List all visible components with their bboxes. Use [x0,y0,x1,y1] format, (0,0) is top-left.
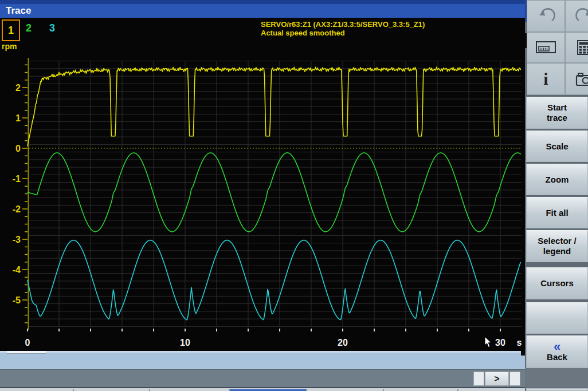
screenshot-button[interactable] [565,63,588,95]
horizontal-scrollbar[interactable] [0,351,525,369]
menu-expand-group: > [473,372,520,386]
svg-text:-5: -5 [13,295,21,305]
softkey-cursors[interactable]: Cursors [526,267,588,299]
expand-pad-left [473,372,484,386]
softkey-zoom[interactable]: Zoom [526,164,588,195]
bottom-softkey-row [0,387,588,391]
bottom-bar: > [0,369,525,388]
redo-icon [574,6,588,26]
svg-text:10: 10 [180,338,190,347]
svg-text:30: 30 [495,338,505,347]
softkey-sidebar: i Start trace Scale Zoom Fit all Selecto… [525,0,588,391]
scrollbar-end-handle[interactable] [521,351,525,356]
svg-text:-1: -1 [13,174,21,184]
trace-screen: Trace 1 2 3 rpm SERVO/r63:Z1 (AX3:Z1/3.3… [0,0,588,391]
info-button[interactable]: i [527,63,565,95]
svg-text:-3: -3 [13,235,21,244]
scrollbar-edge [0,351,525,353]
softkey-start-trace[interactable]: Start trace [526,97,588,129]
svg-text:1: 1 [15,113,21,123]
softkey-label: Back [547,352,567,362]
softkey-label: Start trace [547,102,567,123]
info-icon: i [543,70,548,88]
softkey-label: Cursors [540,278,574,289]
svg-text:s: s [517,338,522,347]
mouse-pointer-icon [484,337,492,348]
softkey-scale[interactable]: Scale [526,131,588,162]
undo-icon [536,6,556,26]
expand-pad-right [509,372,520,386]
svg-text:-4: -4 [13,265,21,275]
softkey-empty[interactable] [526,302,588,334]
back-chevron-icon: « [554,342,560,352]
camera-icon [574,70,588,88]
svg-text:0: 0 [25,338,30,347]
keyboard-icon [535,39,558,56]
svg-text:-2: -2 [13,204,21,214]
svg-text:0: 0 [15,144,21,153]
keypad-button[interactable] [565,32,588,63]
svg-text:2: 2 [15,83,21,93]
softkey-label: Scale [546,141,568,152]
scrollbar-thumb[interactable] [7,351,46,354]
undo-button[interactable] [527,0,565,32]
softkey-label: Selector / legend [538,236,577,256]
softkey-back[interactable]: « Back [526,335,588,368]
sidebar-bottom-partial-button[interactable] [526,388,588,391]
sidebar-bottom-strip [525,368,588,388]
redo-button[interactable] [565,0,588,32]
softkey-label: Fit all [546,208,568,218]
softkey-label: Zoom [546,175,569,185]
keypad-icon [575,39,588,56]
svg-text:20: 20 [338,338,348,347]
menu-expand-button[interactable]: > [485,372,509,386]
virtual-keyboard-button[interactable] [527,32,565,63]
softkey-fit-all[interactable]: Fit all [526,197,588,228]
plot-area: 1 2 3 rpm SERVO/r63:Z1 (AX3:Z1/3.3:5/SER… [0,18,525,351]
softkey-selector-legend[interactable]: Selector / legend [526,230,588,262]
trace-plot: 210-1-2-3-4-50102030s [0,18,525,351]
window-title: Trace [0,4,525,18]
titlebar-shadow [0,0,525,4]
